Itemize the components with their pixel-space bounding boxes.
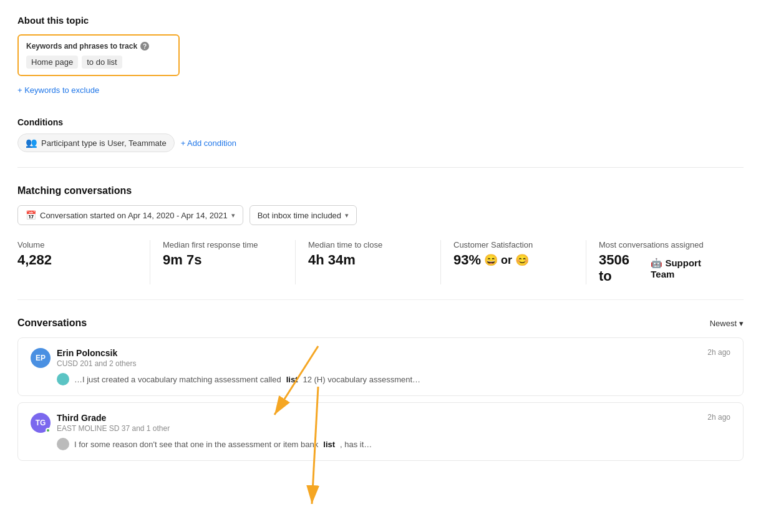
stat-assigned-value: 3506 to 🤖 Support Team [599, 252, 719, 284]
date-filter-label: Conversation started on Apr 14, 2020 - A… [40, 211, 228, 220]
conv-header-2: TG Third Grade EAST MOLINE SD 37 and 1 o… [31, 413, 730, 433]
stat-close-value: 4h 34m [308, 252, 428, 268]
stat-volume: Volume 4,282 [17, 240, 150, 284]
avatar-ep: EP [31, 348, 51, 368]
stat-satisfaction-label: Customer Satisfaction [453, 240, 573, 249]
bot-filter-button[interactable]: Bot inbox time included ▾ [250, 205, 357, 225]
conv-name-2: Third Grade [57, 413, 170, 423]
satisfaction-emojis: 😄 or 😊 [484, 253, 529, 267]
conv-header-1: EP Erin Poloncsik CUSD 201 and 2 others … [31, 348, 730, 368]
conversations-title: Conversations [17, 317, 87, 329]
keywords-label: Keywords and phrases to track ? [26, 42, 171, 51]
help-icon[interactable]: ? [140, 42, 149, 51]
msg-avatar-2 [57, 438, 69, 450]
preview-suffix-2: , has it… [340, 440, 372, 449]
tag-todolist: to do list [82, 56, 122, 69]
tags-row: Home page to do list [26, 56, 171, 69]
condition-pill-participant[interactable]: 👥 Participant type is User, Teammate [17, 133, 175, 152]
condition-text: Participant type is User, Teammate [41, 138, 167, 148]
matching-section: Matching conversations 📅 Conversation st… [17, 185, 744, 461]
calendar-icon: 📅 [26, 210, 36, 220]
filters-row: 📅 Conversation started on Apr 14, 2020 -… [17, 205, 744, 225]
assigned-team: 🤖 Support Team [651, 258, 719, 279]
sort-button[interactable]: Newest ▾ [710, 319, 744, 328]
add-condition-button[interactable]: + Add condition [181, 138, 236, 148]
conditions-label: Conditions [17, 117, 744, 127]
stat-satisfaction: Customer Satisfaction 93% 😄 or 😊 [453, 240, 586, 284]
preview-prefix-2: I for some reason don't see that one in … [74, 440, 318, 449]
conv-author-2: TG Third Grade EAST MOLINE SD 37 and 1 o… [31, 413, 170, 433]
conversations-header: Conversations Newest ▾ [17, 317, 744, 329]
bot-filter-caret: ▾ [345, 211, 349, 220]
stat-first-response-value: 9m 7s [163, 252, 283, 268]
stat-time-to-close: Median time to close 4h 34m [308, 240, 441, 284]
bot-filter-label: Bot inbox time included [258, 211, 341, 220]
sort-label: Newest [710, 319, 737, 328]
preview-prefix-1: …I just created a vocabulary matching as… [74, 375, 281, 384]
people-icon: 👥 [26, 137, 37, 148]
stat-satisfaction-value: 93% 😄 or 😊 [453, 252, 573, 268]
conv-subtitle-2: EAST MOLINE SD 37 and 1 other [57, 424, 170, 433]
stat-first-response: Median first response time 9m 7s [163, 240, 296, 284]
about-title: About this topic [17, 15, 744, 26]
stat-volume-label: Volume [17, 240, 137, 249]
stat-close-label: Median time to close [308, 240, 428, 249]
conv-time-1: 2h ago [707, 348, 730, 357]
sort-caret: ▾ [739, 319, 744, 328]
conv-preview-1: …I just created a vocabulary matching as… [31, 373, 730, 385]
conv-preview-2: I for some reason don't see that one in … [31, 438, 730, 450]
date-filter-caret: ▾ [231, 211, 235, 220]
tag-homepage: Home page [26, 56, 78, 69]
matching-title: Matching conversations [17, 185, 744, 196]
conversation-card-1[interactable]: EP Erin Poloncsik CUSD 201 and 2 others … [17, 337, 744, 396]
stat-most-assigned: Most conversations assigned 3506 to 🤖 Su… [599, 240, 731, 284]
online-indicator [46, 428, 51, 433]
avatar-wrapper-1: EP [31, 348, 51, 368]
conv-name-1: Erin Poloncsik [57, 348, 136, 358]
preview-highlight-2: list [323, 440, 335, 449]
avatar-wrapper-2: TG [31, 413, 51, 433]
date-filter-button[interactable]: 📅 Conversation started on Apr 14, 2020 -… [17, 205, 243, 225]
stat-assigned-label: Most conversations assigned [599, 240, 719, 249]
conv-time-2: 2h ago [707, 413, 730, 422]
msg-avatar-1 [57, 373, 69, 385]
stat-volume-value: 4,282 [17, 252, 137, 268]
stat-first-response-label: Median first response time [163, 240, 283, 249]
preview-suffix-1: 12 (H) vocabulary assessment… [303, 375, 420, 384]
stats-row: Volume 4,282 Median first response time … [17, 240, 744, 300]
conv-author-1: EP Erin Poloncsik CUSD 201 and 2 others [31, 348, 136, 368]
conversation-card-2[interactable]: TG Third Grade EAST MOLINE SD 37 and 1 o… [17, 402, 744, 461]
conv-subtitle-1: CUSD 201 and 2 others [57, 359, 136, 368]
preview-highlight-1: list [286, 375, 298, 384]
keywords-box[interactable]: Keywords and phrases to track ? Home pag… [17, 34, 180, 76]
keywords-exclude-link[interactable]: + Keywords to exclude [17, 85, 99, 95]
conditions-row: 👥 Participant type is User, Teammate + A… [17, 133, 744, 152]
